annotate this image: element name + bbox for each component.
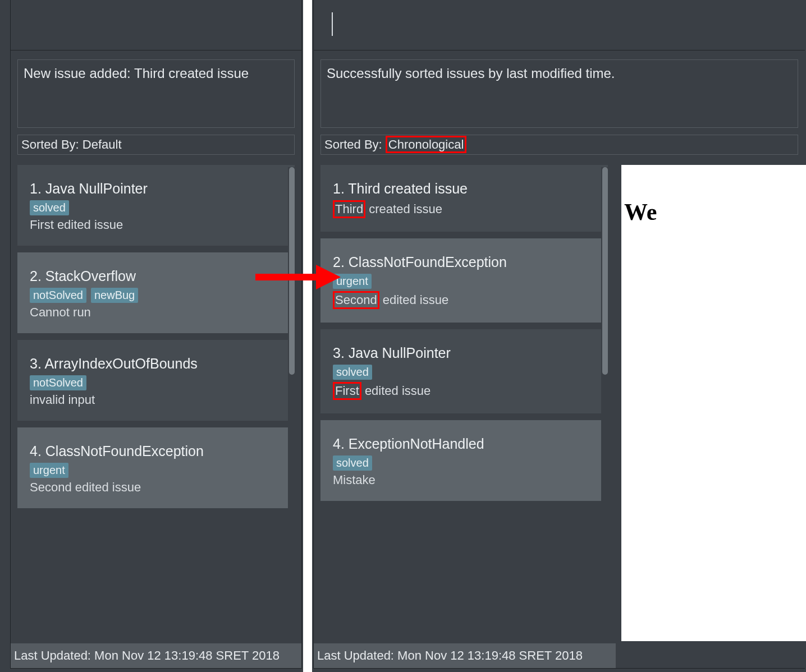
item-description: Cannot run bbox=[30, 305, 282, 320]
list-item[interactable]: 2. ClassNotFoundExceptionurgentSecond ed… bbox=[320, 238, 608, 323]
sort-value: Default bbox=[83, 137, 122, 151]
footer-status: Last Updated: Mon Nov 12 13:19:48 SRET 2… bbox=[11, 643, 301, 668]
item-tags: solved bbox=[333, 455, 596, 471]
item-title: 2. ClassNotFoundException bbox=[333, 254, 596, 270]
status-message: New issue added: Third created issue bbox=[17, 59, 295, 128]
item-tags: solved bbox=[333, 365, 596, 380]
pane-before: New issue added: Third created issue Sor… bbox=[10, 0, 302, 669]
tag-badge: newBug bbox=[91, 288, 138, 303]
item-tags: notSolvednewBug bbox=[30, 288, 282, 303]
highlighted-word: First bbox=[333, 382, 361, 400]
list-item[interactable]: 2. StackOverflownotSolvednewBugCannot ru… bbox=[17, 252, 295, 333]
scrollbar[interactable] bbox=[601, 167, 609, 587]
scroll-thumb[interactable] bbox=[289, 167, 295, 375]
sort-label: Sorted By: bbox=[324, 137, 386, 151]
text-cursor-icon bbox=[332, 12, 333, 36]
issue-list[interactable]: 1. Third created issueThird created issu… bbox=[320, 165, 608, 589]
sort-value-highlighted: Chronological bbox=[386, 136, 467, 153]
highlighted-word: Third bbox=[333, 200, 365, 218]
scrollbar[interactable] bbox=[288, 167, 296, 587]
tag-badge: urgent bbox=[30, 463, 68, 478]
list-item[interactable]: 1. Java NullPointersolvedFirst edited is… bbox=[17, 165, 295, 246]
item-description: Third created issue bbox=[333, 200, 596, 218]
item-title: 3. Java NullPointer bbox=[333, 345, 596, 361]
item-title: 4. ClassNotFoundException bbox=[30, 443, 282, 459]
status-message: Successfully sorted issues by last modif… bbox=[320, 59, 798, 128]
list-item[interactable]: 4. ExceptionNotHandledsolvedMistake bbox=[320, 420, 608, 501]
item-description: Second edited issue bbox=[333, 291, 596, 309]
sort-bar: Sorted By: Default bbox=[17, 135, 295, 155]
pane-divider bbox=[303, 0, 312, 672]
tag-badge: solved bbox=[30, 200, 69, 215]
tag-badge: solved bbox=[333, 365, 372, 380]
welcome-heading: We bbox=[624, 199, 657, 225]
list-item[interactable]: 4. ClassNotFoundExceptionurgentSecond ed… bbox=[17, 427, 295, 508]
item-tags: urgent bbox=[333, 274, 596, 289]
item-description: First edited issue bbox=[30, 218, 282, 232]
footer-status: Last Updated: Mon Nov 12 13:19:48 SRET 2… bbox=[314, 643, 616, 668]
sort-label: Sorted By: bbox=[21, 137, 83, 151]
item-tags: notSolved bbox=[30, 375, 282, 390]
item-tags: urgent bbox=[30, 463, 282, 478]
item-title: 1. Third created issue bbox=[333, 181, 596, 197]
tag-badge: solved bbox=[333, 455, 372, 471]
item-description: First edited issue bbox=[333, 382, 596, 400]
item-title: 4. ExceptionNotHandled bbox=[333, 436, 596, 452]
command-input-area[interactable] bbox=[314, 0, 805, 50]
item-title: 2. StackOverflow bbox=[30, 268, 282, 284]
sort-bar: Sorted By: Chronological bbox=[320, 135, 798, 155]
highlighted-word: Second bbox=[333, 291, 379, 309]
item-description: Mistake bbox=[333, 473, 596, 487]
tag-badge: notSolved bbox=[30, 288, 86, 303]
detail-panel bbox=[621, 165, 806, 641]
tag-badge: urgent bbox=[333, 274, 372, 289]
item-title: 3. ArrayIndexOutOfBounds bbox=[30, 356, 282, 372]
issue-list[interactable]: 1. Java NullPointersolvedFirst edited is… bbox=[17, 165, 295, 589]
tag-badge: notSolved bbox=[30, 375, 86, 390]
command-input-area[interactable] bbox=[11, 0, 301, 50]
item-description: invalid input bbox=[30, 393, 282, 407]
item-title: 1. Java NullPointer bbox=[30, 181, 282, 197]
list-item[interactable]: 3. ArrayIndexOutOfBoundsnotSolvedinvalid… bbox=[17, 340, 295, 421]
list-item[interactable]: 3. Java NullPointersolvedFirst edited is… bbox=[320, 329, 608, 413]
pane-after: Successfully sorted issues by last modif… bbox=[313, 0, 805, 669]
list-item[interactable]: 1. Third created issueThird created issu… bbox=[320, 165, 608, 232]
item-tags: solved bbox=[30, 200, 282, 215]
scroll-thumb[interactable] bbox=[602, 167, 608, 375]
item-description: Second edited issue bbox=[30, 480, 282, 495]
